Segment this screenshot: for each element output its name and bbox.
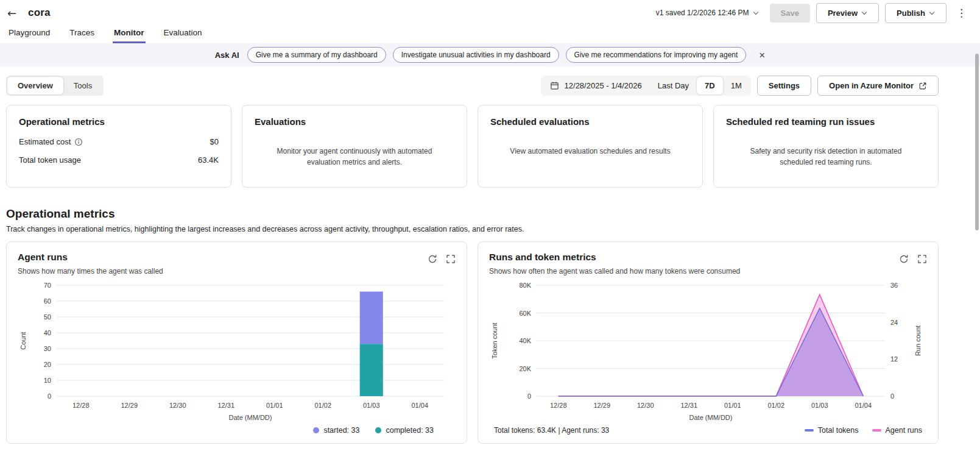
svg-text:30: 30 bbox=[44, 345, 51, 352]
topbar: ← cora v1 saved 1/2/2026 12:46 PM Save P… bbox=[0, 0, 980, 26]
more-options-button[interactable]: ⋮ bbox=[953, 7, 970, 19]
svg-text:10: 10 bbox=[44, 377, 51, 384]
view-toggle: Overview Tools bbox=[6, 76, 104, 96]
svg-text:01/01: 01/01 bbox=[724, 402, 741, 409]
svg-text:12/31: 12/31 bbox=[680, 402, 697, 409]
time-range-group: 12/28/2025 - 1/4/2026 Last Day 7D 1M bbox=[541, 76, 751, 96]
token-usage-value: 63.4K bbox=[198, 155, 219, 165]
version-status-label: v1 saved 1/2/2026 12:46 PM bbox=[656, 9, 749, 17]
range-last-day[interactable]: Last Day bbox=[650, 77, 697, 94]
svg-text:12: 12 bbox=[890, 355, 898, 363]
svg-text:24: 24 bbox=[890, 319, 898, 326]
chart-actions bbox=[899, 252, 927, 266]
ask-ai-suggestion-summary[interactable]: Give me a summary of my dashboard bbox=[247, 47, 386, 63]
card-title: Scheduled red teaming run issues bbox=[726, 116, 926, 127]
main-tabs: Playground Traces Monitor Evaluation bbox=[0, 26, 980, 43]
publish-button[interactable]: Publish bbox=[885, 3, 947, 23]
close-ask-ai-button[interactable]: × bbox=[759, 50, 765, 60]
svg-text:60: 60 bbox=[44, 297, 51, 305]
svg-text:01/04: 01/04 bbox=[855, 402, 872, 409]
svg-text:01/03: 01/03 bbox=[363, 402, 380, 409]
preview-label: Preview bbox=[828, 9, 858, 18]
range-7d[interactable]: 7D bbox=[697, 77, 723, 94]
open-azure-monitor-label: Open in Azure Monitor bbox=[829, 81, 914, 90]
calendar-icon bbox=[550, 81, 559, 90]
svg-text:40K: 40K bbox=[519, 337, 531, 344]
refresh-icon[interactable] bbox=[899, 254, 909, 266]
svg-text:60K: 60K bbox=[519, 310, 531, 317]
card-description: Safety and security risk detection in au… bbox=[726, 137, 926, 168]
date-range-picker[interactable]: 12/28/2025 - 1/4/2026 bbox=[542, 77, 650, 94]
chevron-down-icon bbox=[753, 9, 758, 14]
back-button[interactable]: ← bbox=[7, 7, 21, 20]
agent-title: cora bbox=[28, 7, 51, 19]
tab-traces[interactable]: Traces bbox=[68, 26, 96, 41]
svg-text:0: 0 bbox=[527, 393, 531, 400]
preview-button[interactable]: Preview bbox=[816, 3, 879, 23]
open-azure-monitor-button[interactable]: Open in Azure Monitor bbox=[817, 76, 939, 96]
settings-button[interactable]: Settings bbox=[757, 76, 811, 96]
svg-text:12/29: 12/29 bbox=[121, 402, 138, 409]
card-title: Evaluations bbox=[255, 116, 454, 127]
refresh-icon[interactable] bbox=[428, 254, 437, 266]
chevron-down-icon bbox=[929, 9, 934, 14]
legend-item-completed: completed: 33 bbox=[375, 426, 434, 435]
svg-text:50: 50 bbox=[44, 313, 51, 321]
overview-toggle[interactable]: Overview bbox=[7, 77, 63, 94]
vertical-scrollbar[interactable] bbox=[975, 54, 979, 230]
estimated-cost-value: $0 bbox=[210, 137, 219, 146]
ask-ai-bar: Ask AI Give me a summary of my dashboard… bbox=[0, 43, 980, 66]
svg-text:80K: 80K bbox=[519, 282, 531, 289]
completed-legend-label: completed: 33 bbox=[386, 426, 434, 435]
tab-evaluation[interactable]: Evaluation bbox=[163, 26, 203, 41]
svg-text:01/04: 01/04 bbox=[411, 402, 428, 409]
topbar-actions: v1 saved 1/2/2026 12:46 PM Save Preview … bbox=[656, 3, 970, 23]
card-title: Operational metrics bbox=[19, 116, 219, 127]
charts-row: Agent runs Shows how many times the agen… bbox=[6, 241, 939, 444]
card-title: Scheduled evaluations bbox=[490, 116, 690, 127]
svg-text:40: 40 bbox=[44, 329, 51, 336]
agent-runs-card: Agent runs Shows how many times the agen… bbox=[6, 241, 467, 444]
runs-tokens-chart: 020K40K60K80K012243612/2812/2912/3012/31… bbox=[489, 279, 925, 423]
card-evaluations: Evaluations Monitor your agent continuou… bbox=[242, 105, 467, 188]
version-selector[interactable]: v1 saved 1/2/2026 12:46 PM bbox=[656, 9, 759, 17]
chart-title: Agent runs bbox=[18, 252, 163, 263]
ask-ai-suggestion-investigate[interactable]: Investigate unusual activities in my das… bbox=[393, 47, 559, 63]
estimated-cost-row: Estimated cost $0 bbox=[19, 137, 219, 146]
range-1m[interactable]: 1M bbox=[723, 77, 750, 94]
chart-subtitle: Shows how often the agent was called and… bbox=[489, 267, 740, 275]
agent-runs-chart: 01020304050607012/2812/2912/3012/3101/01… bbox=[18, 279, 454, 423]
legend-item-started: started: 33 bbox=[313, 426, 359, 435]
svg-text:01/03: 01/03 bbox=[811, 402, 828, 409]
svg-text:Date (MM/DD): Date (MM/DD) bbox=[689, 414, 733, 421]
save-button[interactable]: Save bbox=[770, 4, 810, 23]
svg-text:0: 0 bbox=[48, 393, 51, 400]
svg-text:01/02: 01/02 bbox=[767, 402, 784, 409]
expand-icon[interactable] bbox=[917, 254, 927, 266]
section-title: Operational metrics bbox=[6, 207, 973, 221]
tab-monitor[interactable]: Monitor bbox=[113, 26, 146, 43]
expand-icon[interactable] bbox=[446, 254, 456, 266]
totals-text: Total tokens: 63.4K | Agent runs: 33 bbox=[494, 426, 609, 435]
runs-tokens-card: Runs and token metrics Shows how often t… bbox=[478, 241, 939, 444]
svg-text:Date (MM/DD): Date (MM/DD) bbox=[229, 414, 272, 421]
svg-text:01/02: 01/02 bbox=[314, 402, 331, 409]
operational-metrics-section: Operational metrics Track changes in ope… bbox=[6, 207, 973, 233]
chart-subtitle: Shows how many times the agent was calle… bbox=[18, 267, 163, 275]
ask-ai-suggestion-recommendations[interactable]: Give me recommendations for improving my… bbox=[566, 47, 747, 63]
started-legend-label: started: 33 bbox=[323, 426, 359, 435]
tools-toggle[interactable]: Tools bbox=[63, 77, 102, 94]
card-scheduled-evaluations: Scheduled evaluations View automated eva… bbox=[478, 105, 703, 188]
card-red-teaming: Scheduled red teaming run issues Safety … bbox=[713, 105, 939, 188]
token-usage-row: Total token usage 63.4K bbox=[19, 155, 219, 165]
token-usage-label: Total token usage bbox=[19, 155, 81, 165]
ask-ai-label: Ask AI bbox=[215, 51, 239, 60]
card-description: Monitor your agent continuously with aut… bbox=[255, 137, 454, 168]
runs-tokens-legend: Total tokens Agent runs bbox=[805, 426, 922, 435]
chevron-down-icon bbox=[862, 9, 867, 14]
completed-swatch bbox=[375, 427, 381, 433]
info-icon[interactable] bbox=[74, 138, 83, 146]
tab-playground[interactable]: Playground bbox=[7, 26, 51, 41]
svg-text:Count: Count bbox=[19, 332, 27, 349]
summary-cards: Operational metrics Estimated cost $0 To… bbox=[6, 105, 939, 188]
